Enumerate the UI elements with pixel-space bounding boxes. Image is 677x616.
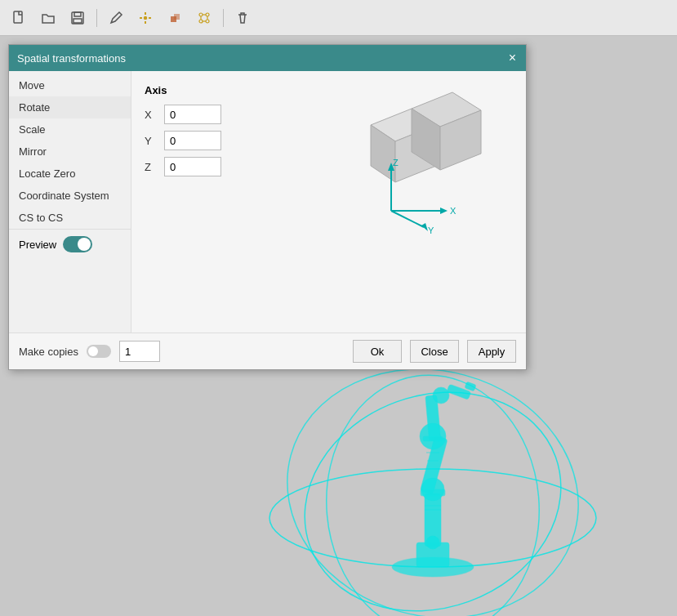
delete-button[interactable]: [230, 6, 255, 30]
svg-text:Y: Y: [428, 225, 434, 235]
svg-point-33: [426, 536, 439, 549]
sidebar-item-scale[interactable]: Scale: [9, 118, 131, 141]
dialog-content: Axis X Y Z: [131, 71, 526, 333]
svg-point-30: [433, 387, 449, 404]
transform-button[interactable]: [133, 6, 158, 30]
svg-text:Z: Z: [393, 158, 399, 167]
apply-button[interactable]: Apply: [467, 340, 516, 363]
svg-rect-2: [74, 12, 81, 16]
copies-input[interactable]: [119, 341, 160, 362]
sidebar-footer: Preview: [9, 229, 131, 259]
dialog-title: Spatial transformations: [17, 52, 126, 65]
separator-2: [223, 9, 224, 27]
sidebar-item-coordinate-system[interactable]: Coordinate System: [9, 185, 131, 207]
svg-rect-32: [465, 382, 476, 391]
axis-x-label: X: [145, 109, 158, 121]
svg-rect-35: [423, 436, 443, 441]
toolbar: [0, 0, 677, 36]
spatial-transformations-dialog: Spatial transformations × Move Rotate Sc…: [8, 44, 527, 370]
sidebar-item-move[interactable]: Move: [9, 74, 131, 96]
svg-point-11: [199, 13, 203, 16]
new-file-button[interactable]: [7, 6, 31, 30]
dialog-body: Move Rotate Scale Mirror Locate Zero Coo…: [9, 71, 526, 333]
dialog-bottom-bar: Make copies Ok Close Apply: [9, 333, 526, 369]
sidebar-item-mirror[interactable]: Mirror: [9, 141, 131, 163]
svg-point-13: [199, 20, 203, 23]
svg-point-12: [206, 13, 209, 16]
cube-illustration: X Y Z: [346, 84, 510, 231]
dialog-close-button[interactable]: ×: [507, 51, 518, 65]
axis-y-input[interactable]: [164, 131, 221, 150]
viewport: Spatial transformations × Move Rotate Sc…: [0, 36, 677, 616]
make-copies-toggle[interactable]: [87, 345, 111, 358]
separator-1: [96, 9, 97, 27]
preview-toggle[interactable]: [63, 236, 92, 252]
edit-button[interactable]: [104, 6, 128, 30]
save-file-button[interactable]: [65, 6, 90, 30]
ok-button[interactable]: Ok: [353, 340, 402, 363]
svg-point-4: [145, 16, 147, 19]
svg-rect-10: [174, 14, 180, 20]
axis-x-input[interactable]: [164, 105, 221, 124]
svg-text:X: X: [450, 206, 457, 216]
svg-rect-34: [421, 489, 445, 496]
axis-z-label: Z: [145, 161, 158, 173]
preview-label: Preview: [19, 239, 56, 251]
connect-button[interactable]: [192, 6, 216, 30]
svg-line-49: [391, 211, 424, 227]
svg-rect-3: [73, 19, 82, 23]
close-button[interactable]: Close: [410, 340, 459, 363]
sidebar-item-locate-zero[interactable]: Locate Zero: [9, 163, 131, 185]
dialog-sidebar: Move Rotate Scale Mirror Locate Zero Coo…: [9, 71, 131, 333]
make-copies-label: Make copies: [19, 346, 78, 358]
svg-marker-47: [440, 208, 448, 214]
dialog-header: Spatial transformations ×: [9, 45, 526, 71]
svg-rect-0: [14, 11, 22, 23]
shape-button[interactable]: [163, 6, 187, 30]
sidebar-item-cs-to-cs[interactable]: CS to CS: [9, 207, 131, 229]
open-file-button[interactable]: [36, 6, 60, 30]
axis-y-label: Y: [145, 135, 158, 147]
cube-right: [412, 92, 481, 170]
axis-z-input[interactable]: [164, 157, 221, 176]
sidebar-item-rotate[interactable]: Rotate: [9, 96, 131, 118]
svg-point-14: [206, 20, 209, 23]
